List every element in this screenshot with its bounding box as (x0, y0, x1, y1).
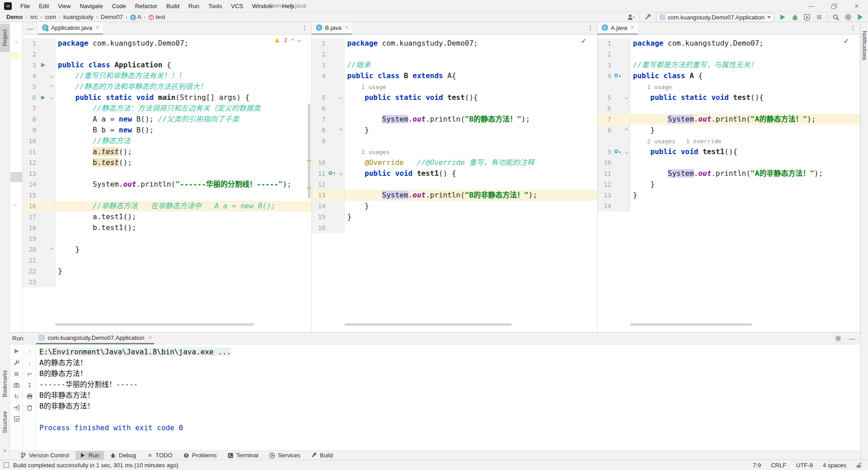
close-icon[interactable]: × (845, 0, 868, 12)
tool-window-button-notifications[interactable]: Notifications (861, 25, 868, 66)
close-icon[interactable]: × (345, 24, 348, 31)
editor-tab-application.java[interactable]: CApplication.java× (38, 22, 103, 35)
code-line[interactable]: public void test1(){ (630, 146, 860, 157)
code-line[interactable]: package com.kuangstudy.Demo07; (55, 38, 311, 49)
horizontal-scrollbar[interactable] (55, 323, 254, 326)
menu-vcs[interactable]: VCS (227, 1, 247, 11)
code-line[interactable] (630, 201, 860, 212)
code-line[interactable] (344, 179, 597, 190)
code-line[interactable] (344, 136, 597, 146)
code-line[interactable]: } (344, 125, 597, 136)
tool-window-button-bookmarks[interactable]: Bookmarks (0, 367, 9, 400)
breadcrumb-item-method[interactable]: mtest (148, 14, 165, 21)
settings-icon[interactable] (13, 359, 20, 366)
run-button[interactable] (778, 13, 787, 21)
code-line[interactable]: } (344, 212, 597, 222)
code-line[interactable]: } (630, 190, 860, 201)
code-editor[interactable]: 1package com.kuangstudy.Demo07;23public … (23, 35, 311, 332)
stop-button[interactable] (815, 13, 823, 21)
editor-options-kebab-icon[interactable]: ⋮ (850, 24, 856, 32)
breadcrumb-item-src[interactable]: src (30, 14, 38, 20)
run-with-coverage-button[interactable] (803, 13, 811, 21)
code-line[interactable]: public static void test(){ (344, 92, 597, 103)
inspection-widget[interactable]: 2 (274, 37, 301, 43)
code-line[interactable] (55, 277, 311, 287)
code-line[interactable]: System.out.println("B的静态方法！"); (344, 114, 597, 125)
tool-window-button-problems[interactable]: Problems (179, 451, 221, 460)
code-line[interactable]: A a = new B(); //父类的引用指向了子类 (55, 114, 311, 125)
editor-options-kebab-icon[interactable]: ⋮ (587, 24, 594, 32)
tool-window-button-terminal[interactable]: Terminal (223, 451, 263, 460)
code-line[interactable]: //重写都是方法的重写，与属性无关！ (630, 60, 860, 70)
user-account-icon[interactable] (627, 13, 635, 21)
hide-panel-icon[interactable]: — (23, 25, 38, 32)
code-line[interactable]: //静态方法 (55, 136, 311, 146)
close-icon[interactable]: × (631, 24, 634, 31)
screenshot-icon[interactable] (13, 381, 20, 389)
search-everywhere-icon[interactable] (832, 13, 840, 21)
horizontal-scrollbar[interactable] (344, 323, 512, 326)
scroll-to-end-icon[interactable]: ↧ (26, 381, 33, 389)
fold-marker-icon[interactable] (624, 150, 628, 154)
code-line[interactable] (55, 190, 311, 201)
menu-code[interactable]: Code (108, 1, 130, 11)
run-configuration-select[interactable]: com.kuangstudy.Demo07.Application (656, 13, 774, 22)
tool-window-button-services[interactable]: Services (264, 451, 305, 460)
background-tasks-icon[interactable] (4, 462, 9, 468)
fold-marker-icon[interactable] (49, 85, 53, 89)
code-line[interactable]: a.test(); (55, 146, 311, 157)
code-line[interactable]: System.out.println("------华丽的分割线！-----")… (55, 179, 311, 190)
breadcrumb-item-com[interactable]: com (45, 14, 56, 20)
code-line[interactable]: 1 usage (630, 81, 860, 92)
code-line[interactable] (630, 49, 860, 60)
code-line[interactable] (630, 103, 860, 114)
exit-console-icon[interactable] (13, 404, 20, 411)
menu-run[interactable]: Run (184, 1, 203, 11)
tool-window-button-build[interactable]: Build (307, 451, 337, 460)
rerun-icon[interactable] (13, 348, 20, 355)
debug-button[interactable] (791, 13, 799, 21)
code-line[interactable]: b.test1(); (55, 222, 311, 233)
indent-widget[interactable]: 4 spaces (823, 462, 846, 469)
code-line[interactable] (344, 103, 597, 114)
code-line[interactable] (344, 222, 597, 233)
code-line[interactable]: public class Application { (55, 60, 311, 70)
tool-window-button-debug[interactable]: Debug (106, 451, 141, 460)
fold-marker-icon[interactable] (624, 96, 628, 99)
breadcrumb-item-demo07[interactable]: Demo07 (101, 14, 123, 20)
project-tree-collapsed[interactable]: ⌄ › (10, 22, 23, 332)
code-line[interactable]: //静态方法：方法调用只和左边有关（定义的数据类 (55, 103, 311, 114)
code-line[interactable] (55, 255, 311, 266)
code-line[interactable]: public class B extends A{ (344, 70, 597, 81)
to-top-icon[interactable]: ↑ (26, 348, 33, 355)
code-line[interactable]: package com.kuangstudy.Demo07; (344, 38, 597, 49)
overridden-method-icon[interactable]: ↓ (614, 73, 622, 79)
menu-refactor[interactable]: Refactor (131, 1, 161, 11)
code-line[interactable]: //继承 (344, 60, 597, 70)
stop-icon[interactable] (13, 370, 20, 377)
fold-marker-icon[interactable] (624, 128, 628, 132)
code-line[interactable]: public class A { (630, 70, 860, 81)
to-bottom-icon[interactable]: ↓ (26, 359, 33, 366)
line-separator-widget[interactable]: CRLF (771, 462, 786, 469)
soft-wrap-icon[interactable]: ↩ (26, 370, 33, 377)
code-line[interactable]: public void test1() { (344, 168, 597, 179)
tool-window-button-todo[interactable]: ≡TODO (142, 451, 177, 460)
code-line[interactable]: public static void main(String[] args) { (55, 92, 311, 103)
code-line[interactable]: 2 usages (344, 146, 597, 157)
fold-marker-icon[interactable] (49, 96, 53, 99)
code-line[interactable]: } (55, 244, 311, 255)
hide-tool-window-icon[interactable]: — (849, 335, 855, 342)
editor-tab-a.java[interactable]: CA.java× (598, 22, 638, 35)
run-settings-gear-icon[interactable] (835, 335, 841, 342)
code-editor[interactable]: 1package com.kuangstudy.Demo07;23//继承4pu… (312, 35, 597, 332)
fold-marker-icon[interactable] (49, 74, 53, 78)
code-line[interactable]: @Override //@Override 重写，有功能的注释 (344, 157, 597, 168)
menu-edit[interactable]: Edit (35, 1, 53, 11)
next-warning-icon[interactable] (297, 38, 301, 42)
restart-icon[interactable]: ↻ (13, 393, 20, 400)
minimize-icon[interactable]: — (800, 0, 823, 12)
code-line[interactable]: 1 usage (344, 81, 597, 92)
code-line[interactable]: System.out.println("B的非静态方法！"); (344, 190, 597, 201)
horizontal-scrollbar[interactable] (630, 323, 752, 326)
